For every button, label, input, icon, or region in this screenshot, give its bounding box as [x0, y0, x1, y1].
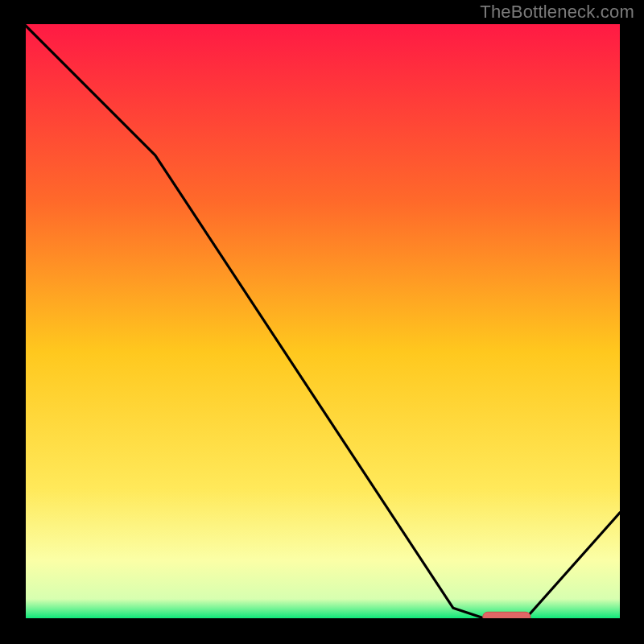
chart-frame: TheBottleneck.com [0, 0, 644, 644]
plot-area [24, 24, 620, 620]
chart-svg [24, 24, 620, 620]
watermark-text: TheBottleneck.com [480, 2, 634, 23]
